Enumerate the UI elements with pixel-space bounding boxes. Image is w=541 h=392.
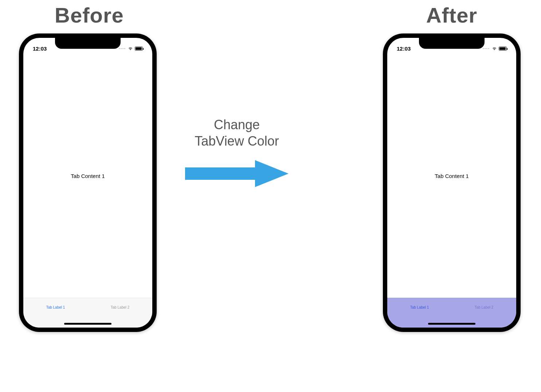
- tab-item-2[interactable]: Tab Label 2: [452, 302, 516, 319]
- tab-label: Tab Label 1: [410, 305, 429, 309]
- tab-item-1[interactable]: Tab Label 1: [23, 302, 88, 319]
- home-indicator: [64, 323, 111, 325]
- svg-marker-0: [185, 160, 289, 187]
- heading-before: Before: [55, 3, 124, 27]
- change-line-2: TabView Color: [195, 134, 279, 149]
- wifi-icon: [128, 46, 133, 51]
- heading-after: After: [426, 3, 477, 27]
- content-area: Tab Content 1: [387, 54, 516, 298]
- phone-after: 12:03 Tab Content 1 Tab Label 1 Tab Labe…: [383, 33, 521, 332]
- cellular-icon: [119, 48, 125, 49]
- notch: [55, 38, 121, 49]
- content-text: Tab Content 1: [71, 173, 105, 179]
- status-right-icons: [483, 46, 507, 51]
- content-text: Tab Content 1: [435, 173, 469, 179]
- notch: [419, 38, 485, 49]
- wifi-icon: [492, 46, 497, 51]
- phone-screen: 12:03 Tab Content 1 Tab Label 1 Tab Labe…: [23, 38, 152, 328]
- battery-icon: [135, 47, 143, 51]
- phone-before: 12:03 Tab Content 1 Tab Label 1 Tab Labe…: [19, 33, 157, 332]
- battery-icon: [499, 47, 507, 51]
- home-indicator: [428, 323, 475, 325]
- change-text: Change TabView Color: [179, 116, 295, 149]
- tab-item-2[interactable]: Tab Label 2: [88, 302, 152, 319]
- content-area: Tab Content 1: [23, 54, 152, 298]
- tab-item-1[interactable]: Tab Label 1: [387, 302, 452, 319]
- center-annotation: Change TabView Color: [179, 116, 295, 190]
- cellular-icon: [483, 48, 489, 49]
- phone-screen: 12:03 Tab Content 1 Tab Label 1 Tab Labe…: [387, 38, 516, 328]
- tab-label: Tab Label 1: [46, 305, 65, 309]
- status-time: 12:03: [397, 45, 411, 52]
- change-line-1: Change: [214, 117, 260, 132]
- status-time: 12:03: [33, 45, 47, 52]
- tab-label: Tab Label 2: [111, 305, 130, 309]
- tab-label: Tab Label 2: [475, 305, 494, 309]
- arrow-right-icon: [179, 157, 295, 190]
- status-right-icons: [119, 46, 143, 51]
